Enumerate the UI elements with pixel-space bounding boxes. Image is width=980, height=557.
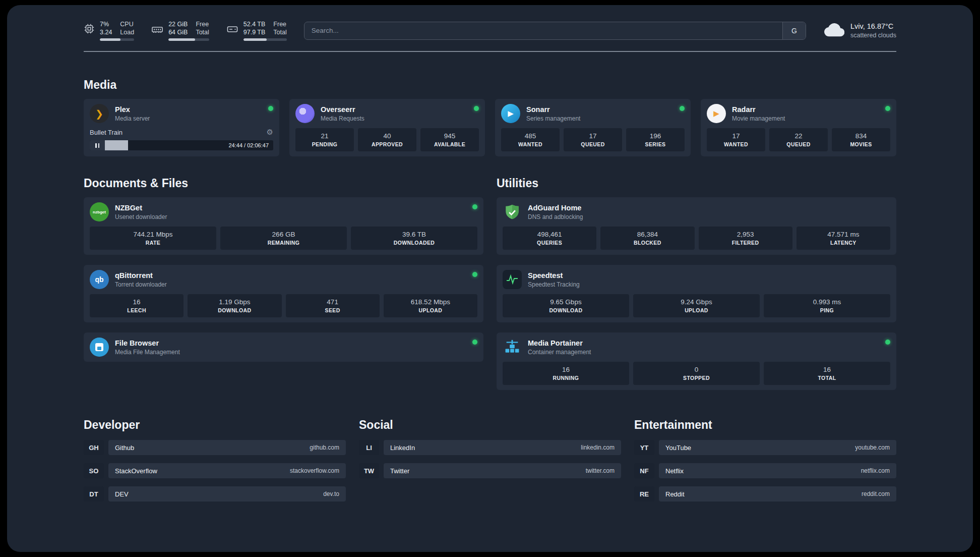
- cpu-widget: 7% 3.24 CPU Load: [84, 20, 134, 41]
- stat-label: AVAILABLE: [422, 141, 477, 148]
- radarr-name: Radarr: [732, 105, 785, 115]
- stat-label: QUEUED: [566, 141, 620, 148]
- bookmark-twitter[interactable]: TW Twitter twitter.com: [359, 463, 621, 478]
- stat-tile: 744.21 Mbps RATE: [90, 227, 216, 250]
- filebrowser-desc: Media File Management: [115, 348, 180, 356]
- stat-value: 744.21 Mbps: [92, 230, 214, 239]
- qbittorrent-app-link[interactable]: qb qBittorrent Torrent downloader: [90, 270, 477, 289]
- bookmark-url: twitter.com: [586, 467, 615, 474]
- filebrowser-status-dot: [472, 340, 477, 345]
- bookmark-abbr: RE: [634, 486, 654, 502]
- stat-tile: 17 WANTED: [707, 128, 765, 151]
- gear-icon[interactable]: ⚙: [267, 128, 273, 137]
- stat-label: WANTED: [709, 141, 763, 148]
- stat-tile: 0 STOPPED: [633, 362, 760, 385]
- ram-icon: [151, 20, 163, 35]
- adguard-app-link[interactable]: AdGuard Home DNS and adblocking: [503, 202, 890, 221]
- stat-label: MOVIES: [834, 141, 888, 148]
- sonarr-app-link[interactable]: ▶ Sonarr Series management: [501, 104, 685, 123]
- bookmark-url: github.com: [310, 444, 339, 451]
- bookmark-name: Twitter: [390, 467, 409, 475]
- disk-label-bottom: Total: [273, 28, 286, 36]
- portainer-status-dot: [885, 340, 890, 345]
- stat-label: APPROVED: [360, 141, 414, 148]
- bookmarks-developer: Developer GH Github github.com SO StackO…: [84, 418, 346, 502]
- stat-value: 266 GB: [222, 230, 345, 239]
- bookmark-reddit[interactable]: RE Reddit reddit.com: [634, 486, 896, 502]
- stat-tile: 9.24 Gbps UPLOAD: [633, 294, 760, 317]
- filebrowser-app-link[interactable]: File Browser Media File Management: [90, 338, 477, 357]
- stat-value: 485: [503, 132, 558, 141]
- card-radarr: ▶ Radarr Movie management 17 WANTED 22 Q…: [701, 99, 896, 156]
- disk-total: 97.9 TB: [243, 28, 266, 36]
- disk-widget: 52.4 TB 97.9 TB Free Total: [226, 20, 287, 41]
- card-adguard: AdGuard Home DNS and adblocking 498,461 …: [497, 197, 896, 255]
- stat-label: DOWNLOAD: [190, 307, 279, 314]
- stat-tile: 196 SERIES: [626, 128, 685, 151]
- stat-tile: 0.993 ms PING: [764, 294, 890, 317]
- bookmark-abbr: NF: [634, 463, 654, 478]
- bookmark-dev[interactable]: DT DEV dev.to: [84, 486, 346, 502]
- overseerr-desc: Media Requests: [321, 115, 364, 123]
- radarr-app-link[interactable]: ▶ Radarr Movie management: [707, 104, 890, 123]
- stat-value: 16: [766, 365, 888, 374]
- documents-column: Documents & Files nzbget NZBGet Usenet d…: [84, 177, 483, 390]
- bookmark-name: StackOverflow: [115, 467, 157, 475]
- bookmarks-entertainment: Entertainment YT YouTube youtube.com NF …: [634, 418, 896, 502]
- stat-value: 0: [635, 365, 758, 374]
- utilities-column: Utilities AdGuard Home DNS and adblockin…: [497, 177, 896, 390]
- bookmark-stackoverflow[interactable]: SO StackOverflow stackoverflow.com: [84, 463, 346, 478]
- portainer-app-link[interactable]: Media Portainer Container management: [503, 338, 890, 357]
- nzbget-app-link[interactable]: nzbget NZBGet Usenet downloader: [90, 202, 477, 221]
- bookmark-abbr: YT: [634, 440, 654, 455]
- card-plex: ❯ Plex Media server Bullet Train ⚙: [84, 99, 279, 156]
- stat-tile: 618.52 Mbps UPLOAD: [384, 294, 477, 317]
- speedtest-desc: Speedtest Tracking: [528, 281, 580, 289]
- card-sonarr: ▶ Sonarr Series management 485 WANTED 17…: [495, 99, 691, 156]
- bookmark-url: stackoverflow.com: [290, 467, 339, 474]
- topbar-divider: [84, 51, 896, 52]
- bookmark-linkedin[interactable]: LI LinkedIn linkedin.com: [359, 440, 621, 455]
- cpu-label-bottom: Load: [120, 28, 134, 36]
- bookmark-url: netflix.com: [861, 467, 890, 474]
- ram-bar-fill: [168, 38, 195, 41]
- disk-label-top: Free: [273, 20, 286, 28]
- section-title-documents: Documents & Files: [84, 177, 483, 190]
- stat-label: SERIES: [628, 141, 683, 148]
- speedtest-pulse-icon: [503, 270, 522, 289]
- section-title-entertainment: Entertainment: [634, 418, 896, 432]
- stat-label: DOWNLOAD: [505, 307, 627, 314]
- plex-app-link[interactable]: ❯ Plex Media server: [90, 104, 273, 123]
- card-overseerr: Overseerr Media Requests 21 PENDING 40 A…: [289, 99, 485, 156]
- card-speedtest: Speedtest Speedtest Tracking 9.65 Gbps D…: [497, 265, 896, 322]
- overseerr-app-link[interactable]: Overseerr Media Requests: [295, 104, 479, 123]
- speedtest-name: Speedtest: [528, 271, 580, 281]
- cpu-bar-fill: [100, 38, 120, 41]
- search-provider-button[interactable]: G: [782, 22, 806, 39]
- stat-value: 47.571 ms: [799, 230, 888, 239]
- bookmark-abbr: DT: [84, 486, 104, 502]
- stat-value: 1.19 Gbps: [190, 298, 279, 307]
- stat-label: LATENCY: [799, 239, 888, 247]
- stat-value: 9.24 Gbps: [635, 298, 758, 307]
- search-input[interactable]: [304, 22, 782, 39]
- stat-value: 21: [297, 132, 352, 141]
- bookmark-youtube[interactable]: YT YouTube youtube.com: [634, 440, 896, 455]
- stat-value: 17: [566, 132, 620, 141]
- stat-label: UPLOAD: [635, 307, 758, 314]
- speedtest-app-link[interactable]: Speedtest Speedtest Tracking: [503, 270, 890, 289]
- filebrowser-name: File Browser: [115, 339, 180, 348]
- stat-value: 834: [834, 132, 888, 141]
- card-portainer: Media Portainer Container management 16 …: [497, 332, 896, 390]
- bookmark-name: YouTube: [665, 444, 691, 452]
- bookmark-netflix[interactable]: NF Netflix netflix.com: [634, 463, 896, 478]
- overseerr-name: Overseerr: [321, 105, 364, 115]
- portainer-desc: Container management: [528, 348, 591, 356]
- stat-tile: 17 QUEUED: [564, 128, 622, 151]
- filebrowser-icon: [90, 338, 109, 357]
- dashboard-page: 7% 3.24 CPU Load: [7, 5, 973, 552]
- bookmark-github[interactable]: GH Github github.com: [84, 440, 346, 455]
- pause-button[interactable]: [90, 140, 105, 150]
- plex-status-dot: [268, 106, 273, 111]
- disk-icon: [226, 20, 238, 35]
